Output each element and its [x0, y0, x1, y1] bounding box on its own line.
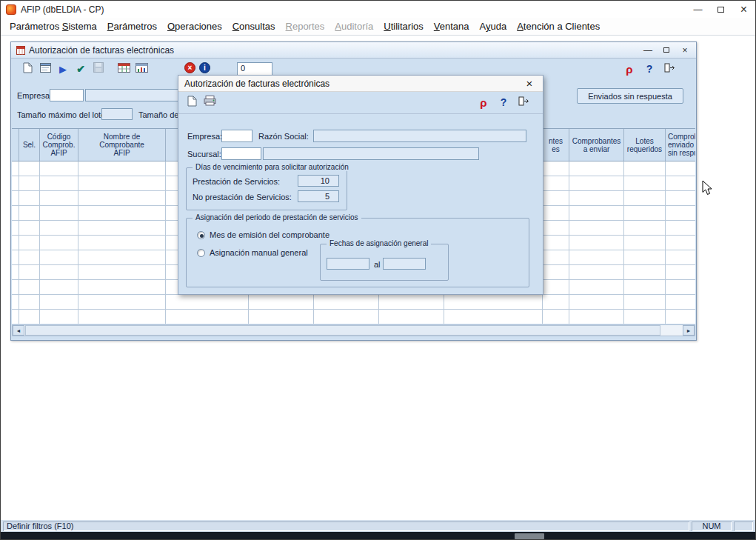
- table-cell: [40, 221, 78, 236]
- lote-tail-label: Tamaño del: [138, 110, 181, 119]
- table-cell: [666, 191, 695, 206]
- column-header[interactable]: Comprobantesa enviar: [569, 129, 624, 161]
- confirm-button[interactable]: ✔: [72, 61, 90, 77]
- table-cell: [12, 221, 19, 236]
- table-cell: [543, 206, 569, 221]
- table-cell: [12, 176, 19, 191]
- table-cell: [12, 236, 19, 250]
- table-cell: [569, 295, 624, 310]
- table-cell: [249, 310, 314, 324]
- exit-button[interactable]: [660, 61, 678, 77]
- run-button[interactable]: ▶: [54, 61, 72, 77]
- table-cell: [12, 191, 19, 206]
- table-cell: [19, 236, 40, 250]
- save-button[interactable]: [90, 61, 107, 77]
- horizontal-scrollbar[interactable]: ◄ ►: [12, 324, 695, 336]
- new-button[interactable]: [183, 94, 201, 110]
- empresa-code-field[interactable]: [50, 89, 84, 101]
- prestacion-dias-field[interactable]: 10: [298, 175, 339, 187]
- column-header[interactable]: Nombre deComprobanteAFIP: [78, 129, 166, 161]
- window-controls: — ×: [686, 1, 755, 18]
- dialog-close-button[interactable]: ×: [522, 77, 537, 90]
- table-cell: [666, 176, 695, 191]
- rho-button[interactable]: ρ: [475, 94, 492, 110]
- table-cell: [624, 280, 666, 295]
- table-cell: [78, 206, 166, 221]
- radio-asignacion-manual[interactable]: Asignación manual general: [197, 248, 308, 257]
- column-header[interactable]: Lotesrequeridos: [624, 129, 666, 161]
- table-cell: [40, 236, 78, 250]
- table-cell: [543, 161, 569, 176]
- menu-item-ventana[interactable]: Ventana: [429, 19, 475, 33]
- table-cell: [249, 295, 314, 310]
- error-status-icon[interactable]: ×: [184, 62, 195, 73]
- help-icon: ?: [501, 96, 507, 108]
- exit-button[interactable]: [515, 94, 532, 110]
- status-message: Definir filtros (F10): [7, 521, 73, 530]
- fecha-hasta-field[interactable]: [383, 258, 426, 270]
- rho-icon: ρ: [626, 63, 632, 76]
- scrollbar-thumb[interactable]: [25, 325, 660, 336]
- child-minimize-button[interactable]: —: [642, 45, 654, 56]
- rho-button[interactable]: ρ: [620, 61, 638, 77]
- dialog-titlebar[interactable]: Autorización de facturas electrónicas ×: [178, 76, 543, 92]
- exit-icon: [518, 96, 529, 109]
- print-button[interactable]: [201, 94, 218, 110]
- scroll-right-button[interactable]: ►: [683, 325, 695, 336]
- sucursal-code-input[interactable]: [221, 147, 261, 160]
- table-cell: [543, 236, 569, 250]
- enviados-sin-respuesta-button[interactable]: Enviados sin respuesta: [577, 88, 683, 104]
- fecha-desde-field[interactable]: [327, 258, 369, 270]
- column-header[interactable]: nteses: [543, 129, 569, 161]
- minimize-button[interactable]: —: [686, 1, 709, 18]
- menu-item-utilitarios[interactable]: Utilitarios: [378, 19, 428, 33]
- table-row[interactable]: [12, 310, 695, 324]
- table-cell: [666, 310, 695, 324]
- info-status-icon[interactable]: i: [199, 62, 210, 73]
- table-cell: [78, 250, 166, 265]
- table-cell: [666, 250, 695, 265]
- menu-bar: Parámetros SistemaParámetrosOperacionesC…: [1, 18, 755, 36]
- table-row[interactable]: [12, 295, 695, 310]
- scroll-left-button[interactable]: ◄: [13, 325, 24, 336]
- column-header[interactable]: Comprobaenviadosin respu: [666, 129, 695, 161]
- menu-item-ayuda[interactable]: Ayuda: [475, 19, 512, 33]
- table-cell: [666, 206, 695, 221]
- table-cell: [543, 280, 569, 295]
- menu-item-atencion-a-clientes[interactable]: Atención a Clientes: [512, 19, 605, 33]
- table-view-button[interactable]: [115, 61, 133, 77]
- table-cell: [569, 310, 624, 324]
- no-prestacion-label: No prestación de Servicios:: [193, 193, 292, 201]
- table-cell: [19, 221, 40, 236]
- radio-unselected-icon: [197, 249, 205, 257]
- properties-button[interactable]: [36, 61, 54, 77]
- num-lock-label: NUM: [702, 521, 720, 530]
- prestacion-label: Prestación de Servicios:: [193, 177, 280, 186]
- help-button[interactable]: ?: [640, 61, 658, 77]
- no-prestacion-dias-field[interactable]: 5: [298, 190, 339, 202]
- table-cell: [40, 295, 78, 310]
- new-button[interactable]: [19, 61, 36, 77]
- pending-count-field[interactable]: 0: [237, 62, 272, 76]
- table-cell: [569, 250, 624, 265]
- close-button[interactable]: ×: [732, 1, 755, 18]
- empresa-input[interactable]: [221, 130, 252, 142]
- table-chart-button[interactable]: [133, 61, 150, 77]
- column-header[interactable]: [12, 129, 19, 161]
- child-restore-button[interactable]: [660, 47, 672, 53]
- menu-item-parametros-sistema[interactable]: Parámetros Sistema: [4, 19, 102, 33]
- child-close-button[interactable]: ×: [679, 45, 691, 56]
- column-header[interactable]: Sel.: [19, 129, 40, 161]
- menu-item-consultas[interactable]: Consultas: [227, 19, 281, 33]
- maximize-button[interactable]: [709, 1, 732, 18]
- radio-mes-emision[interactable]: Mes de emisión del comprobante: [197, 230, 330, 239]
- menu-item-operaciones[interactable]: Operaciones: [162, 19, 227, 33]
- column-header[interactable]: CódigoComprob.AFIP: [40, 129, 78, 161]
- child-titlebar[interactable]: Autorización de facturas electrónicas — …: [11, 42, 696, 59]
- menu-item-parametros[interactable]: Parámetros: [102, 19, 162, 33]
- lote-size-field[interactable]: [101, 108, 133, 120]
- table-cell: [40, 176, 78, 191]
- help-button[interactable]: ?: [495, 94, 512, 110]
- table-cell: [666, 221, 695, 236]
- table-cell: [19, 206, 40, 221]
